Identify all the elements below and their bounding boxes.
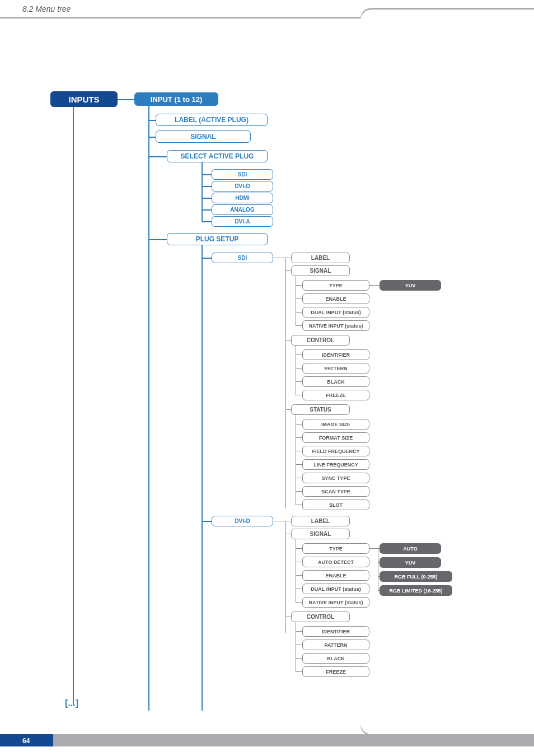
node-sdi-sync: SYNC TYPE <box>302 473 369 483</box>
connector <box>296 589 302 589</box>
connector <box>285 617 291 617</box>
connector <box>273 258 285 258</box>
node-sdi-image: IMAGE SIZE <box>302 419 369 430</box>
node-dvid-type: TYPE <box>302 543 369 554</box>
connector <box>296 424 302 424</box>
connector <box>296 285 302 286</box>
connector <box>296 325 302 326</box>
connector <box>285 270 291 271</box>
node-sdi-enable: ENABLE <box>302 293 369 304</box>
node-plug-setup: PLUG SETUP <box>167 233 268 245</box>
connector <box>285 258 286 508</box>
connector <box>296 437 302 438</box>
connector <box>296 575 302 576</box>
connector <box>296 478 302 478</box>
continuation-marker: [...] <box>65 698 78 708</box>
connector <box>296 658 302 659</box>
connector <box>285 521 291 521</box>
node-plug-dvia: DVI-A <box>212 216 273 227</box>
node-plug-sdi: SDI <box>212 169 273 180</box>
connector <box>202 258 212 259</box>
connector <box>202 174 212 175</box>
node-dvid-enable: ENABLE <box>302 570 369 581</box>
node-sdi-pattern: PATTERN <box>302 363 369 374</box>
connector <box>296 354 302 355</box>
connector <box>148 120 156 121</box>
node-sdi-identifier: IDENTIFIER <box>302 349 369 360</box>
node-sdi-slot: SLOT <box>302 500 369 510</box>
connector <box>285 534 291 534</box>
connector <box>296 381 302 382</box>
node-dvid-control: CONTROL <box>291 612 350 622</box>
connector <box>296 276 296 325</box>
connector <box>148 239 167 240</box>
node-dvid-label: LABEL <box>291 516 350 526</box>
connector <box>296 464 302 465</box>
connector <box>273 521 285 521</box>
connector <box>202 521 212 522</box>
connector <box>148 137 156 138</box>
node-sdi-line: LINE FREQUENCY <box>302 459 369 470</box>
node-dvid-val-auto: AUTO <box>380 543 441 554</box>
node-sdi-field: FIELD FREQUENCY <box>302 446 369 456</box>
connector <box>296 505 302 505</box>
node-sdi-freeze: FREEZE <box>302 390 369 400</box>
node-sdi-native: NATIVE INPUT (status) <box>302 320 369 331</box>
node-dvid-signal: SIGNAL <box>291 529 350 539</box>
connector <box>296 451 302 451</box>
connector <box>285 409 291 410</box>
node-ps-sdi: SDI <box>212 253 273 263</box>
node-signal: SIGNAL <box>156 130 251 143</box>
connector <box>202 198 212 199</box>
connector <box>296 671 302 672</box>
node-sdi-type-val: YUV <box>380 280 441 291</box>
node-inputs: INPUTS <box>50 91 118 107</box>
footer-curve <box>360 723 534 734</box>
node-dvid-pattern: PATTERN <box>302 640 369 650</box>
menu-tree-diagram: INPUTS [...] INPUT (1 to 12) LABEL (ACTI… <box>0 18 534 724</box>
node-label-active-plug: LABEL (ACTIVE PLUG) <box>156 114 268 126</box>
node-dvid-native: NATIVE INPUT (status) <box>302 597 369 608</box>
connector <box>202 162 203 222</box>
connector <box>285 340 291 340</box>
connector <box>202 221 212 222</box>
node-sdi-label: LABEL <box>291 253 350 263</box>
node-dvid-val-rgblim: RGB LIMITED (16-255) <box>380 585 452 596</box>
connector <box>118 99 134 100</box>
node-sdi-type: TYPE <box>302 280 369 291</box>
node-dvid-freeze: FREEZE <box>302 666 369 677</box>
connector <box>296 602 302 603</box>
node-dvid-identifier: IDENTIFIER <box>302 626 369 637</box>
connector <box>296 622 296 671</box>
page-number: 64 <box>22 737 30 745</box>
connector <box>202 245 203 711</box>
node-sdi-format: FORMAT SIZE <box>302 432 369 443</box>
connector <box>296 298 302 299</box>
connector <box>285 258 291 258</box>
node-plug-hdmi: HDMI <box>212 193 273 203</box>
node-select-active-plug: SELECT ACTIVE PLUG <box>167 150 268 162</box>
connector <box>296 548 302 549</box>
node-ps-dvid: DVI-D <box>212 516 273 526</box>
node-input-range: INPUT (1 to 12) <box>134 92 218 106</box>
node-sdi-black: BLACK <box>302 376 369 387</box>
node-sdi-dual: DUAL INPUT (status) <box>302 307 369 318</box>
node-dvid-val-yuv: YUV <box>380 557 441 568</box>
footer-bar <box>0 734 534 746</box>
connector <box>378 548 378 591</box>
node-dvid-black: BLACK <box>302 653 369 664</box>
connector <box>296 491 302 492</box>
node-plug-analog: ANALOG <box>212 204 273 215</box>
connector <box>73 107 74 705</box>
connector <box>285 521 286 633</box>
connector <box>296 368 302 368</box>
node-plug-dvid: DVI-D <box>212 181 273 192</box>
connector <box>148 156 167 157</box>
connector <box>296 312 302 312</box>
connector <box>296 631 302 632</box>
node-dvid-val-rgbfull: RGB FULL (0-255) <box>380 571 452 582</box>
connector <box>369 285 380 286</box>
connector <box>296 346 296 395</box>
connector <box>296 395 302 395</box>
node-dvid-dual: DUAL INPUT (status) <box>302 584 369 594</box>
